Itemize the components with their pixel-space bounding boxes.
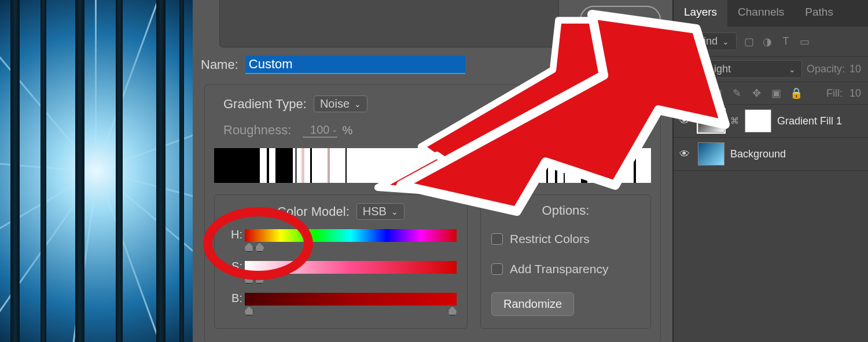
- panel-tabs: Layers Channels Paths: [674, 0, 868, 27]
- h-label: H:: [225, 228, 242, 241]
- search-icon: ⌕: [688, 35, 694, 47]
- options-header: Options:: [491, 203, 640, 218]
- blend-mode-value: Soft Light: [687, 63, 731, 75]
- save-button[interactable]: Save...: [580, 6, 661, 34]
- gradient-type-label: Gradient Type:: [223, 97, 307, 112]
- gradient-settings-group: Gradient Type: Noise ⌄ Roughness: 100 ⌄ …: [204, 84, 661, 342]
- forest-image: [0, 0, 193, 342]
- color-model-label: Color Model:: [277, 204, 350, 219]
- chevron-down-icon: ⌄: [722, 37, 729, 46]
- options-group: Options: Restrict Colors Add Transparenc…: [480, 194, 651, 329]
- chevron-down-icon: ⌄: [354, 100, 361, 109]
- gradient-type-select[interactable]: Noise ⌄: [314, 95, 367, 112]
- randomize-button[interactable]: Randomize: [491, 292, 574, 316]
- layer-row[interactable]: 👁 Background: [674, 138, 868, 171]
- add-transparency-label: Add Transparency: [510, 262, 608, 276]
- tab-channels[interactable]: Channels: [727, 0, 795, 27]
- restrict-colors-label: Restrict Colors: [510, 232, 590, 246]
- chevron-down-icon: ⌄: [332, 126, 337, 134]
- roughness-value: 100: [310, 123, 329, 137]
- new-button[interactable]: New: [580, 42, 661, 69]
- layer-name[interactable]: Gradient Fill 1: [777, 115, 842, 127]
- h-slider[interactable]: [245, 229, 457, 242]
- layers-panel: Layers Channels Paths ⌕ Kind ⌄ ▢ ◑ T ▭ S…: [673, 0, 868, 342]
- chevron-down-icon: ⌄: [789, 65, 796, 74]
- s-slider-min-handle[interactable]: [244, 274, 253, 284]
- b-slider-min-handle[interactable]: [244, 306, 253, 315]
- gradient-type-value: Noise: [320, 97, 350, 111]
- lock-label: Lock:: [681, 87, 704, 99]
- s-slider[interactable]: [245, 261, 457, 274]
- lock-artboard-icon[interactable]: ▣: [770, 87, 783, 100]
- document-canvas: [0, 0, 193, 342]
- blend-mode-select[interactable]: Soft Light ⌄: [681, 60, 802, 78]
- preset-preview: [219, 0, 559, 47]
- gradient-editor-dialog: Save... New Name: Custom Gradient Type: …: [193, 0, 673, 342]
- fill-label: Fill:: [826, 87, 843, 100]
- h-slider-min-handle[interactable]: [244, 242, 253, 252]
- b-slider-max-handle[interactable]: [448, 306, 457, 315]
- lock-position-icon[interactable]: ✥: [751, 87, 763, 100]
- visibility-toggle[interactable]: 👁: [679, 115, 692, 127]
- tab-layers[interactable]: Layers: [674, 0, 727, 27]
- roughness-label: Roughness:: [223, 123, 291, 138]
- layer-name[interactable]: Background: [730, 148, 786, 160]
- add-transparency-checkbox[interactable]: [491, 263, 503, 275]
- restrict-colors-checkbox[interactable]: [491, 233, 503, 245]
- s-label: S:: [225, 260, 242, 273]
- name-input[interactable]: Custom: [245, 56, 465, 74]
- filter-adjustment-icon[interactable]: ◑: [761, 35, 774, 48]
- layer-row[interactable]: 👁 ⌘ Gradient Fill 1: [674, 105, 868, 138]
- layer-filter-kind[interactable]: ⌕ Kind ⌄: [681, 32, 737, 50]
- s-slider-max-handle[interactable]: [255, 274, 264, 284]
- chevron-down-icon: ⌄: [391, 207, 398, 216]
- layer-thumbnail[interactable]: [698, 142, 724, 166]
- layer-thumbnail[interactable]: [698, 109, 724, 133]
- tab-paths[interactable]: Paths: [795, 0, 844, 27]
- fill-value[interactable]: 10: [849, 87, 861, 100]
- b-label: B:: [225, 292, 242, 305]
- lock-pixels-icon[interactable]: ▦: [711, 87, 724, 100]
- color-model-group: Color Model: HSB ⌄ H:: [214, 194, 468, 329]
- h-slider-max-handle[interactable]: [255, 242, 264, 252]
- opacity-value[interactable]: 10: [849, 63, 861, 75]
- filter-text-icon[interactable]: T: [779, 35, 792, 48]
- opacity-label: Opacity:: [807, 63, 845, 75]
- color-model-value: HSB: [363, 205, 387, 218]
- lock-brush-icon[interactable]: ✎: [731, 87, 744, 100]
- kind-label: Kind: [697, 35, 718, 47]
- gradient-noise-preview: [214, 148, 651, 183]
- color-model-select[interactable]: HSB ⌄: [356, 203, 404, 220]
- filter-image-icon[interactable]: ▢: [742, 35, 755, 48]
- b-slider[interactable]: [245, 293, 457, 306]
- roughness-unit: %: [342, 124, 352, 137]
- lock-all-icon[interactable]: 🔒: [790, 87, 803, 100]
- layer-mask-thumbnail[interactable]: [745, 109, 771, 133]
- filter-shape-icon[interactable]: ▭: [798, 35, 811, 48]
- visibility-toggle[interactable]: 👁: [679, 148, 692, 160]
- roughness-input[interactable]: 100 ⌄: [303, 123, 337, 138]
- name-label: Name:: [201, 57, 238, 72]
- link-icon: ⌘: [730, 116, 739, 126]
